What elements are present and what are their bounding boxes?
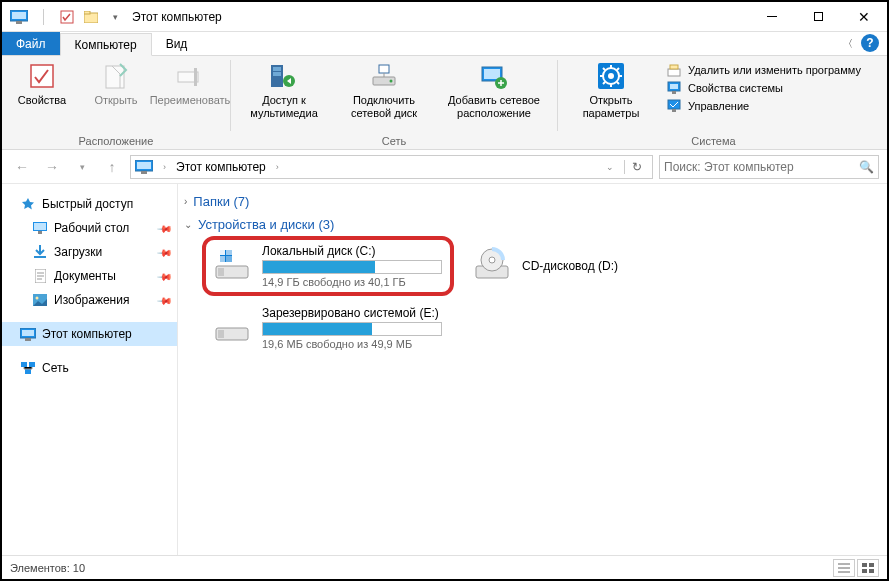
svg-rect-61 [869,569,874,573]
media-access-button[interactable]: Доступ к мультимедиа [239,60,329,119]
svg-rect-6 [31,65,53,87]
document-icon [32,268,48,284]
download-icon [32,244,48,260]
forward-button[interactable]: → [40,155,64,179]
properties-button[interactable]: Свойства [10,60,74,107]
svg-rect-27 [672,91,676,94]
help-icon[interactable]: ? [861,34,879,52]
svg-rect-32 [141,171,147,174]
open-settings-button[interactable]: Открыть параметры [566,60,656,119]
drive-c-free: 14,9 ГБ свободно из 40,1 ГБ [262,276,444,288]
svg-rect-12 [273,72,281,76]
svg-rect-2 [16,21,22,24]
svg-rect-41 [22,330,34,336]
window-title: Этот компьютер [132,10,222,24]
view-tiles-button[interactable] [857,559,879,577]
refresh-button[interactable]: ↻ [624,160,648,174]
breadcrumb-thispc[interactable]: Этот компьютер [176,160,266,174]
view-details-button[interactable] [833,559,855,577]
svg-rect-29 [672,109,676,112]
pin-icon: 📌 [157,268,173,284]
search-box[interactable]: 🔍 [659,155,879,179]
status-bar: Элементов: 10 [2,555,887,579]
star-icon [20,196,36,212]
svg-rect-47 [218,268,224,276]
svg-point-22 [608,73,614,79]
open-button[interactable]: Открыть [84,60,148,107]
pc-icon [20,326,36,342]
title-bar: ▾ Этот компьютер ✕ [2,2,887,32]
svg-rect-31 [137,162,151,169]
manage-link[interactable]: Управление [666,98,861,114]
drive-e-usage-bar [262,322,442,336]
cd-drive-icon [472,246,512,286]
chevron-down-icon: ⌄ [184,219,192,230]
category-folders[interactable]: › Папки (7) [184,190,887,213]
drive-c[interactable]: Локальный диск (C:) 14,9 ГБ свободно из … [208,240,448,292]
svg-rect-60 [862,569,867,573]
add-network-location-button[interactable]: Добавить сетевое расположение [439,60,549,119]
drive-c-usage-bar [262,260,442,274]
sidebar-item-pictures[interactable]: Изображения📌 [2,288,177,312]
search-input[interactable] [664,160,859,174]
status-item-count: Элементов: 10 [10,562,85,574]
rename-button[interactable]: Переименовать [158,60,222,107]
svg-rect-5 [84,11,90,14]
address-history-icon[interactable]: ⌄ [602,162,618,172]
svg-rect-50 [226,250,232,255]
sidebar-item-desktop[interactable]: Рабочий стол📌 [2,216,177,240]
drive-d[interactable]: CD-дисковод (D:) [468,240,708,292]
group-system: Открыть параметры Удалить или изменить п… [558,56,869,149]
tab-computer[interactable]: Компьютер [60,33,152,56]
qat-properties-icon[interactable] [56,6,78,28]
svg-rect-49 [220,250,225,255]
drive-icon [212,246,252,286]
svg-rect-51 [220,256,225,262]
svg-rect-11 [273,67,281,71]
category-devices[interactable]: ⌄ Устройства и диски (3) [184,213,887,236]
sidebar-item-quick-access[interactable]: Быстрый доступ [2,192,177,216]
qat-customize-icon[interactable]: ▾ [104,6,126,28]
qat-newfolder-icon[interactable] [80,6,102,28]
system-properties-link[interactable]: Свойства системы [666,80,861,96]
back-button[interactable]: ← [10,155,34,179]
maximize-button[interactable] [795,2,841,32]
svg-rect-18 [484,69,500,79]
network-icon [20,360,36,376]
sidebar-item-network[interactable]: Сеть [2,356,177,380]
svg-rect-1 [12,12,26,19]
chevron-right-icon: › [184,196,187,207]
tab-view[interactable]: Вид [152,32,202,55]
svg-rect-45 [25,369,31,374]
content-pane: › Папки (7) ⌄ Устройства и диски (3) Лок… [178,184,887,555]
svg-rect-58 [862,563,867,567]
svg-rect-23 [668,69,680,76]
qat-separator [32,6,54,28]
sidebar-item-downloads[interactable]: Загрузки📌 [2,240,177,264]
map-drive-button[interactable]: Подключить сетевой диск [339,60,429,119]
recent-dropdown-icon[interactable]: ▾ [70,155,94,179]
ribbon-collapse-icon[interactable]: 〈 [843,37,853,51]
svg-rect-59 [869,563,874,567]
svg-rect-52 [226,256,232,262]
drive-e-free: 19,6 МБ свободно из 49,9 МБ [262,338,444,350]
address-bar[interactable]: › Этот компьютер › ⌄ ↻ [130,155,653,179]
sidebar-item-documents[interactable]: Документы📌 [2,264,177,288]
group-location-caption: Расположение [79,135,154,147]
tab-file[interactable]: Файл [2,32,60,55]
pin-icon: 📌 [157,220,173,236]
uninstall-program-link[interactable]: Удалить или изменить программу [666,62,861,78]
desktop-icon [32,220,48,236]
close-button[interactable]: ✕ [841,2,887,32]
minimize-button[interactable] [749,2,795,32]
drive-d-name: CD-дисковод (D:) [522,259,704,273]
drive-e-name: Зарезервировано системой (E:) [262,306,444,320]
up-button[interactable]: ↑ [100,155,124,179]
picture-icon [32,292,48,308]
drive-e[interactable]: Зарезервировано системой (E:) 19,6 МБ св… [208,302,448,354]
search-icon: 🔍 [859,160,874,174]
svg-rect-34 [34,223,46,230]
svg-rect-9 [194,68,197,86]
sidebar-item-thispc[interactable]: Этот компьютер [2,322,177,346]
drive-c-name: Локальный диск (C:) [262,244,444,258]
